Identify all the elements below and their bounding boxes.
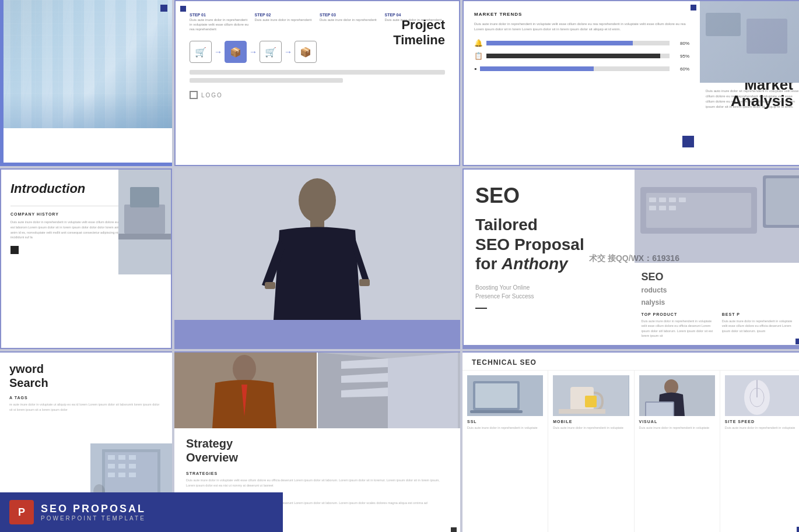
top-product-text: Duis aute inure dolor in reprehenderit i…: [642, 319, 717, 338]
bar-track-2: [486, 54, 670, 58]
person-photo: [174, 353, 317, 428]
left-panel: MARKET TRENDS Duis aute inure dolor in r…: [464, 1, 700, 165]
corridor-photo: [318, 353, 460, 428]
svg-rect-13: [130, 187, 159, 207]
svg-marker-48: [388, 353, 458, 428]
metric-icon-1: 🔔: [474, 39, 483, 47]
top-product-label: TOP PRODUCT: [642, 312, 717, 316]
svg-rect-64: [646, 403, 673, 416]
keyword-text: re aute inure dolor in voluptate ut aliq…: [9, 402, 163, 413]
ssl-text: Duis aute inure dolor in reprehenderit i…: [467, 425, 543, 430]
svg-rect-25: [669, 198, 676, 202]
slide-market-analysis: MARKET TRENDS Duis aute inure dolor in r…: [462, 0, 799, 166]
step-2: STEP 02 Duis aute irure dolor in reprehe…: [255, 13, 316, 31]
icon-1: 🛒: [190, 41, 212, 63]
mobile-text: Duis aute inure dolor in reprehenderit i…: [553, 425, 629, 430]
svg-rect-10: [747, 19, 787, 54]
proposal-line1: Tailored: [475, 216, 538, 234]
technical-seo-header: Technical SEO: [462, 353, 799, 371]
brand-text-block: SEO PROPOSAL POWERPOINT TEMPLATE: [41, 503, 146, 522]
market-trends-text: Duis aute inure dolor in reprehenderit i…: [474, 22, 689, 32]
person-image: [174, 168, 460, 320]
top-product-section: TOP PRODUCT Duis aute inure dolor in rep…: [642, 312, 717, 338]
corner-decoration: [160, 5, 167, 12]
svg-rect-55: [475, 383, 517, 408]
visual-cell: VISUAL Duis aute inure dolor in reprehen…: [635, 371, 720, 532]
svg-rect-18: [265, 282, 275, 289]
bar-2: [190, 78, 343, 83]
slide-technical-seo: Technical SEO SSL Duis aute inure dolor …: [462, 351, 799, 532]
blue-accent-bar: [464, 345, 799, 348]
black-square-decoration: [10, 246, 19, 254]
bar-fill-2: [486, 54, 660, 58]
bar-1: [190, 70, 445, 75]
slide-introduction: Introduction COMPANY HISTORY Duis aute i…: [0, 168, 172, 349]
market-image-top: [700, 1, 799, 83]
svg-point-62: [664, 379, 678, 394]
svg-rect-39: [118, 464, 125, 468]
svg-rect-24: [659, 198, 666, 202]
mobile-cell: MOBILE Duis aute inure dolor in reprehen…: [548, 371, 634, 532]
seo-right-bottom: SEOroductsnalysis TOP PRODUCT Duis aute …: [635, 263, 800, 346]
ssl-cell: SSL Duis aute inure dolor in reprehender…: [462, 371, 548, 532]
a-tags-label: A TAGS: [9, 396, 163, 400]
svg-rect-29: [669, 206, 676, 210]
corner-decoration: [451, 527, 457, 532]
corner-decoration: [796, 339, 799, 344]
step-1-label: STEP 01: [190, 13, 250, 17]
step-3-label: STEP 03: [320, 13, 380, 17]
svg-rect-40: [129, 464, 136, 468]
slide-timeline: STEP 01 Duis aute inure dolor in reprehe…: [174, 0, 460, 166]
metric-row-2: 📋 95%: [474, 52, 689, 60]
svg-rect-37: [129, 455, 136, 460]
svg-rect-43: [129, 473, 136, 477]
proposal-line2: SEO Proposal: [475, 235, 584, 253]
ssl-image: [467, 375, 543, 416]
svg-rect-9: [706, 13, 741, 36]
svg-point-46: [233, 355, 256, 383]
building-image: [0, 0, 172, 128]
logo-text: LOGO: [201, 92, 223, 98]
seo-tagline: Boosting Your Online Presence For Succes…: [475, 283, 623, 301]
icon-4: 📦: [295, 41, 317, 63]
seo-left-panel: SEO Tailored SEO Proposal for Anthony Bo…: [464, 170, 635, 348]
slide-seo-proposal: 术交 接QQ/WX：619316 SEO Tailored SEO Propos…: [462, 168, 799, 349]
seo-right-panel: SEOroductsnalysis TOP PRODUCT Duis aute …: [635, 170, 800, 348]
powerpoint-icon: P: [9, 500, 34, 524]
svg-rect-35: [108, 455, 115, 460]
svg-rect-36: [118, 455, 125, 460]
mobile-image: [553, 375, 629, 416]
step-4-label: STEP 04: [385, 13, 446, 17]
strategy-title: StrategyOverview: [186, 436, 448, 464]
corner-decoration: [691, 5, 696, 10]
market-trends-label: MARKET TRENDS: [474, 12, 689, 17]
seo-proposal-text: Tailored SEO Proposal for Anthony: [475, 215, 623, 274]
step-3-text: Duis aute irure dolor in reprehenderit: [320, 18, 380, 23]
seo-divider: [475, 308, 487, 309]
metric-icon-3: ▪: [474, 65, 476, 73]
svg-rect-31: [766, 178, 800, 225]
svg-rect-38: [108, 464, 115, 468]
mobile-label: MOBILE: [553, 420, 629, 424]
metric-row-1: 🔔 80%: [474, 39, 689, 47]
step-3: STEP 03 Duis aute irure dolor in reprehe…: [320, 13, 380, 31]
proposal-line3: for Anthony: [475, 255, 568, 273]
visual-label: VISUAL: [639, 420, 715, 424]
svg-rect-14: [118, 234, 171, 239]
site-speed-cell: SITE SPEED Duis aute inure dolor in repr…: [720, 371, 799, 532]
photos-row: [174, 353, 460, 428]
bar-fill-1: [486, 41, 633, 45]
svg-point-16: [299, 178, 336, 223]
svg-rect-28: [659, 206, 666, 210]
slide-building: [0, 0, 172, 166]
seo-sections: TOP PRODUCT Duis aute inure dolor in rep…: [642, 312, 798, 338]
slide-footer: [0, 128, 172, 166]
metric-pct-2: 95%: [673, 54, 689, 59]
svg-rect-12: [124, 205, 165, 234]
slide-person: [174, 168, 460, 349]
progress-bars: [190, 70, 445, 83]
metric-icon-2: 📋: [474, 52, 483, 60]
tech-grid: SSL Duis aute inure dolor in reprehender…: [462, 371, 799, 532]
brand-subtitle: POWERPOINT TEMPLATE: [41, 515, 146, 522]
brand-main-title: SEO PROPOSAL: [41, 503, 146, 515]
